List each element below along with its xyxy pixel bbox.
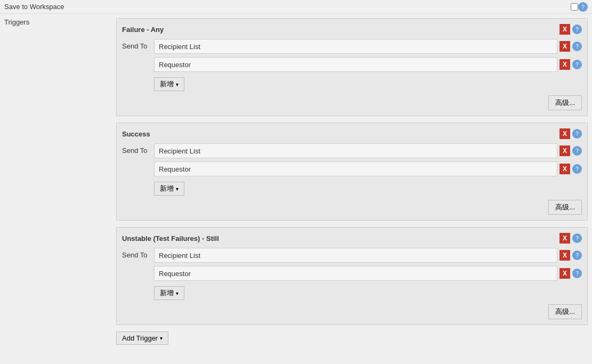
save-to-workspace-title: Save to Workspace [4,3,566,11]
save-checkbox[interactable] [571,3,578,11]
top-help-icon[interactable]: ? [578,2,588,12]
